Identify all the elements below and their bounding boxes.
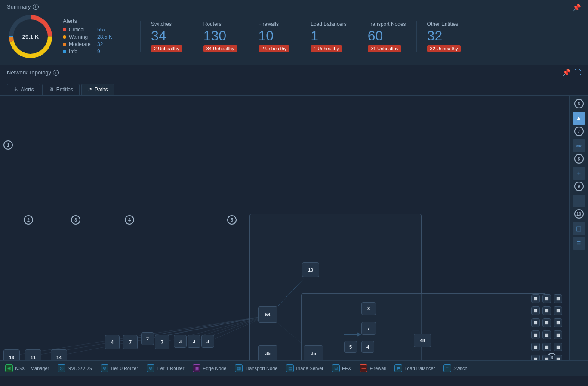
server-icon-8: ▦ bbox=[542, 318, 551, 327]
summary-panel: Summary i 📌 29.1 K Alerts bbox=[0, 0, 588, 65]
toolbar-layers-button[interactable]: ≡ bbox=[573, 237, 585, 250]
summary-title: Summary i bbox=[7, 3, 39, 10]
toolbar-edit-button[interactable]: ✏ bbox=[573, 139, 585, 152]
tn-label: Transport Nodes bbox=[368, 21, 406, 27]
oe-badge[interactable]: 32 Unhealthy bbox=[427, 45, 461, 52]
tab-paths[interactable]: ↗ Paths bbox=[81, 84, 114, 95]
topology-title-text: Network Topology bbox=[7, 69, 51, 76]
info-label: Info bbox=[69, 49, 95, 55]
server-icon-16: ▦ bbox=[531, 355, 540, 360]
firewalls-value: 10 bbox=[259, 29, 290, 43]
edge-node-icon: ▣ bbox=[193, 364, 200, 372]
alert-critical: Critical 557 bbox=[63, 27, 127, 33]
toolbar-fit-button[interactable]: ⊞ bbox=[573, 222, 585, 235]
server-icon-13: ▦ bbox=[531, 343, 540, 351]
server-icon-11: ▦ bbox=[542, 330, 551, 339]
paths-tab-icon: ↗ bbox=[88, 86, 92, 93]
toolbar-callout-6: 6 bbox=[574, 99, 584, 108]
firewalls-stat: Firewalls 10 2 Unhealthy bbox=[248, 21, 300, 52]
tn-badge[interactable]: 31 Unhealthy bbox=[368, 45, 402, 52]
server-icon-18: ▦ bbox=[554, 355, 562, 360]
node-35a[interactable]: 35 bbox=[258, 345, 277, 360]
switches-stat: Switches 34 2 Unhealthy bbox=[140, 21, 193, 52]
critical-label: Critical bbox=[69, 27, 95, 33]
node-35b[interactable]: 35 bbox=[304, 345, 323, 360]
info-dot bbox=[63, 50, 66, 53]
node-7a[interactable]: 7 bbox=[123, 335, 138, 349]
legend-blade-server: ▤ Blade Server bbox=[286, 364, 323, 372]
topology-info-icon[interactable]: i bbox=[53, 70, 59, 76]
switch-icon: ≡ bbox=[443, 364, 451, 372]
alert-warning: Warning 28.5 K bbox=[63, 34, 127, 40]
routers-stat: Routers 130 34 Unhealthy bbox=[193, 21, 248, 52]
blade-server-label: Blade Server bbox=[296, 366, 323, 371]
server-icon-6: ▦ bbox=[554, 306, 562, 315]
lb-badge[interactable]: 1 Unhealthy bbox=[311, 45, 342, 52]
legend-nsxt-manager: ◉ NSX-T Manager bbox=[5, 364, 49, 372]
legend-nvds: ◎ NVDS/VDS bbox=[58, 364, 92, 372]
callout-1: 1 bbox=[3, 140, 13, 150]
paths-tab-label: Paths bbox=[95, 86, 108, 93]
node-54[interactable]: 54 bbox=[258, 306, 277, 323]
summary-pin-icon[interactable]: 📌 bbox=[573, 3, 581, 12]
node-5[interactable]: 5 bbox=[344, 341, 357, 353]
topology-tabs: ⚠ Alerts 🖥 Entities ↗ Paths bbox=[0, 80, 588, 96]
entities-tab-icon: 🖥 bbox=[49, 86, 54, 93]
legend-load-balancer: ⇄ Load Balancer bbox=[394, 364, 435, 372]
tier0-label: Tier-0 Router bbox=[111, 366, 138, 371]
legend-tier1: ⊕ Tier-1 Router bbox=[147, 364, 184, 372]
node-3a[interactable]: 3 bbox=[174, 335, 187, 348]
node-8[interactable]: 8 bbox=[361, 302, 376, 315]
node-48[interactable]: 48 bbox=[414, 334, 431, 347]
load-balancer-icon: ⇄ bbox=[394, 364, 402, 372]
toolbar-zoomout-button[interactable]: − bbox=[573, 195, 585, 207]
legend-bar: ◉ NSX-T Manager ◎ NVDS/VDS ⊕ Tier-0 Rout… bbox=[0, 360, 588, 376]
donut-value: 29.1 K bbox=[22, 34, 39, 40]
topology-pin-button[interactable]: 📌 bbox=[562, 68, 571, 77]
node-4b[interactable]: 4 bbox=[361, 341, 374, 353]
topology-fullscreen-button[interactable]: ⛶ bbox=[574, 68, 581, 77]
moderate-dot bbox=[63, 43, 66, 46]
node-3c[interactable]: 3 bbox=[201, 335, 214, 348]
summary-info-icon[interactable]: i bbox=[33, 4, 39, 10]
topology-map[interactable]: 1 2 3 4 5 6 7 8 9 10 16 11 14 4 7 2 7 3 … bbox=[0, 96, 588, 360]
routers-label: Routers bbox=[203, 21, 237, 27]
node-7c[interactable]: 7 bbox=[361, 322, 376, 335]
tier1-label: Tier-1 Router bbox=[157, 366, 184, 371]
node-2[interactable]: 2 bbox=[141, 332, 154, 345]
toolbar-up-button[interactable]: ▲ bbox=[573, 112, 585, 125]
firewall-icon: — bbox=[360, 364, 367, 372]
right-toolbar: 6 ▲ 7 ✏ 8 + 9 − 10 ⊞ ≡ bbox=[569, 96, 588, 360]
toolbar-zoomin-button[interactable]: + bbox=[573, 167, 585, 180]
server-icon-7: ▦ bbox=[531, 318, 540, 327]
tab-entities[interactable]: 🖥 Entities bbox=[42, 84, 80, 95]
toolbar-callout-9: 9 bbox=[574, 182, 584, 191]
node-14[interactable]: 14 bbox=[51, 349, 67, 360]
switches-badge[interactable]: 2 Unhealthy bbox=[151, 45, 182, 52]
node-4a[interactable]: 4 bbox=[105, 335, 120, 349]
server-icon-4: ▦ bbox=[531, 306, 540, 315]
critical-dot bbox=[63, 28, 66, 31]
routers-badge[interactable]: 34 Unhealthy bbox=[203, 45, 237, 52]
lb-value: 1 bbox=[311, 29, 346, 43]
node-10[interactable]: 10 bbox=[302, 262, 319, 277]
warning-label: Warning bbox=[69, 34, 95, 40]
nvds-label: NVDS/VDS bbox=[68, 366, 92, 371]
firewalls-badge[interactable]: 2 Unhealthy bbox=[259, 45, 290, 52]
moderate-count: 32 bbox=[97, 41, 103, 47]
node-11[interactable]: 11 bbox=[25, 349, 41, 360]
tab-alerts[interactable]: ⚠ Alerts bbox=[7, 84, 40, 95]
switches-value: 34 bbox=[151, 29, 182, 43]
server-icon-10: ▦ bbox=[531, 330, 540, 339]
transport-node-icon: ▦ bbox=[235, 364, 243, 372]
nsxt-manager-icon: ◉ bbox=[5, 364, 13, 372]
node-16[interactable]: 16 bbox=[3, 349, 20, 360]
node-3b[interactable]: 3 bbox=[188, 335, 200, 348]
routers-value: 130 bbox=[203, 29, 237, 43]
node-7b[interactable]: 7 bbox=[155, 335, 169, 349]
topology-actions: 📌 ⛶ bbox=[562, 68, 581, 77]
warning-dot bbox=[63, 35, 66, 39]
node-4c[interactable]: 4 bbox=[359, 360, 372, 360]
lb-label: Load Balancers bbox=[311, 21, 346, 27]
server-icon-15: ▦ bbox=[554, 343, 562, 351]
